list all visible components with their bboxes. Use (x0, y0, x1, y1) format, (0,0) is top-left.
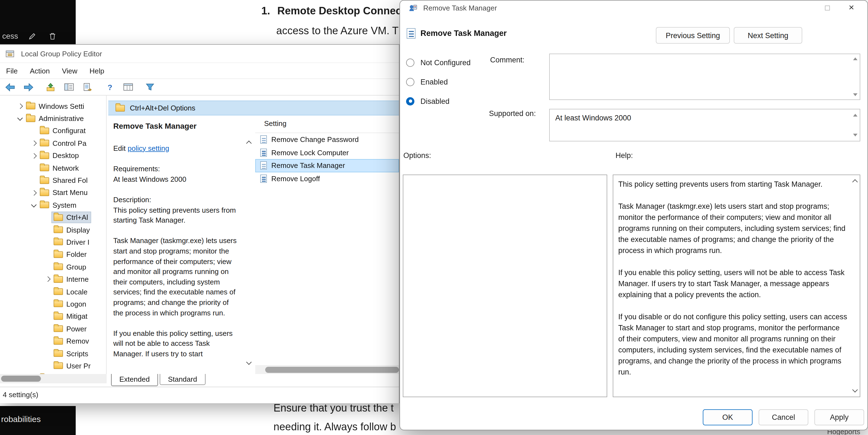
scroll-down-arrow[interactable] (245, 360, 252, 366)
comment-input[interactable] (550, 55, 849, 99)
radio-disabled[interactable]: Disabled (406, 95, 471, 107)
tree-horizontal-scrollbar[interactable] (0, 374, 106, 383)
apply-button[interactable]: Apply (814, 409, 864, 425)
up-one-level-icon[interactable] (45, 82, 56, 93)
radio-button-icon[interactable] (406, 77, 414, 86)
menu-help[interactable]: Help (84, 64, 111, 77)
scroll-up-arrow[interactable] (245, 139, 252, 146)
gpedit-app-icon (4, 48, 16, 59)
tree-item-network[interactable]: Network (0, 162, 106, 174)
standard-view-icon[interactable] (123, 82, 134, 93)
setting-row-remove-task-manager[interactable]: Remove Task Manager (255, 159, 399, 172)
folder-icon (116, 105, 125, 111)
tree-item-configurat[interactable]: Configurat (0, 125, 106, 137)
radio-button-icon[interactable] (406, 97, 414, 105)
next-setting-button[interactable]: Next Setting (734, 27, 802, 44)
tree-item-folder[interactable]: Folder (0, 248, 106, 261)
tree-item-start-menu[interactable]: Start Menu (0, 186, 106, 199)
scroll-down-arrow[interactable] (853, 93, 858, 96)
settings-list: Remove Change PasswordRemove Lock Comput… (255, 133, 399, 185)
chevron-right-icon[interactable] (29, 151, 38, 160)
tree-item-logon[interactable]: Logon (0, 298, 106, 310)
help-icon[interactable]: ? (104, 82, 116, 93)
tree-item-wind[interactable]: Wind (0, 372, 106, 374)
folder-icon (40, 165, 49, 171)
radio-button-icon[interactable] (406, 58, 414, 67)
tree-item-mitigat[interactable]: Mitigat (0, 310, 106, 322)
radio-not-configured[interactable]: Not Configured (406, 56, 471, 68)
tree-item-scripts[interactable]: Scripts (0, 347, 106, 360)
dialog-titlebar[interactable]: Remove Task Manager (400, 1, 867, 15)
chevron-right-icon[interactable] (29, 188, 38, 197)
scroll-up-arrow[interactable] (851, 178, 858, 185)
gpedit-titlebar[interactable]: Local Group Policy Editor (0, 45, 399, 63)
maximize-button[interactable] (818, 2, 836, 14)
chevron-down-icon[interactable] (16, 114, 24, 123)
tree-item-ctrl-al[interactable]: Ctrl+Al (0, 211, 106, 224)
chevron-right-icon[interactable] (43, 275, 52, 284)
back-icon[interactable] (4, 82, 16, 93)
comment-label: Comment: (490, 56, 525, 64)
doc-list-number: 1. (261, 5, 270, 17)
tree-item-label: Shared Fol (53, 176, 88, 185)
folder-icon (54, 350, 63, 357)
console-tree-icon[interactable] (64, 82, 74, 93)
setting-row-remove-change-password[interactable]: Remove Change Password (255, 133, 399, 146)
scroll-up-arrow[interactable] (853, 114, 858, 117)
tree-item-driver-i[interactable]: Driver I (0, 236, 106, 249)
scroll-up-arrow[interactable] (853, 57, 858, 60)
tree-item-remov[interactable]: Remov (0, 335, 106, 347)
chevron-placeholder (29, 163, 38, 172)
setting-row-remove-lock-computer[interactable]: Remove Lock Computer (255, 146, 399, 159)
tree-item-interne[interactable]: Interne (0, 273, 106, 286)
close-button[interactable]: × (843, 1, 860, 14)
folder-icon (54, 276, 63, 283)
ok-button[interactable]: OK (703, 409, 752, 425)
scrollbar-thumb[interactable] (1, 376, 41, 382)
tree-item-system[interactable]: System (0, 199, 106, 211)
chevron-right-icon[interactable] (16, 102, 24, 111)
scroll-down-arrow[interactable] (851, 387, 858, 394)
dialog-app-icon (407, 2, 418, 13)
tree-item-windows-setti[interactable]: Windows Setti (0, 100, 106, 113)
chevron-placeholder (43, 324, 52, 333)
scroll-down-arrow[interactable] (853, 134, 858, 136)
tree-item-control-pa[interactable]: Control Pa (0, 137, 106, 149)
options-label: Options: (403, 151, 431, 160)
tree-item-group[interactable]: Group (0, 261, 106, 273)
edit-policy-setting-link[interactable]: policy setting (128, 144, 169, 152)
screen: 1. Remote Desktop Connec access to the A… (0, 0, 868, 435)
tree-item-label: Windows Setti (39, 102, 84, 110)
tab-standard[interactable]: Standard (160, 374, 206, 385)
svg-text:?: ? (107, 83, 112, 91)
cancel-button[interactable]: Cancel (758, 409, 808, 425)
filter-icon[interactable] (144, 82, 155, 93)
chevron-down-icon[interactable] (29, 201, 38, 210)
chevron-placeholder (43, 312, 52, 321)
menu-action[interactable]: Action (24, 64, 56, 77)
list-horizontal-scrollbar[interactable] (255, 365, 399, 374)
tree-item-desktop[interactable]: Desktop (0, 149, 106, 162)
tree-item-locale[interactable]: Locale (0, 286, 106, 298)
settings-column-header[interactable]: Setting (255, 116, 399, 133)
tree-item-display[interactable]: Display (0, 224, 106, 236)
radio-enabled[interactable]: Enabled (406, 76, 471, 88)
forward-icon[interactable] (23, 82, 34, 93)
tab-extended[interactable]: Extended (111, 374, 158, 386)
tree-item-power[interactable]: Power (0, 322, 106, 335)
setting-row-remove-logoff[interactable]: Remove Logoff (255, 172, 399, 185)
trash-icon[interactable] (47, 30, 58, 41)
tree-item-shared-fol[interactable]: Shared Fol (0, 174, 106, 187)
chevron-placeholder (43, 300, 52, 309)
scrollbar-thumb[interactable] (265, 367, 399, 373)
tree-item-user-pr[interactable]: User Pr (0, 360, 106, 372)
previous-setting-button[interactable]: Previous Setting (656, 27, 730, 44)
chevron-right-icon[interactable] (29, 139, 38, 148)
menu-view[interactable]: View (56, 64, 84, 77)
tree-item-administrative[interactable]: Administrative (0, 113, 106, 125)
selected-node-header: Ctrl+Alt+Del Options (108, 100, 399, 116)
edit-pencil-icon[interactable] (27, 30, 38, 41)
description-scrollbar[interactable] (244, 138, 254, 367)
menu-file[interactable]: File (0, 64, 24, 77)
export-list-icon[interactable] (82, 82, 93, 93)
